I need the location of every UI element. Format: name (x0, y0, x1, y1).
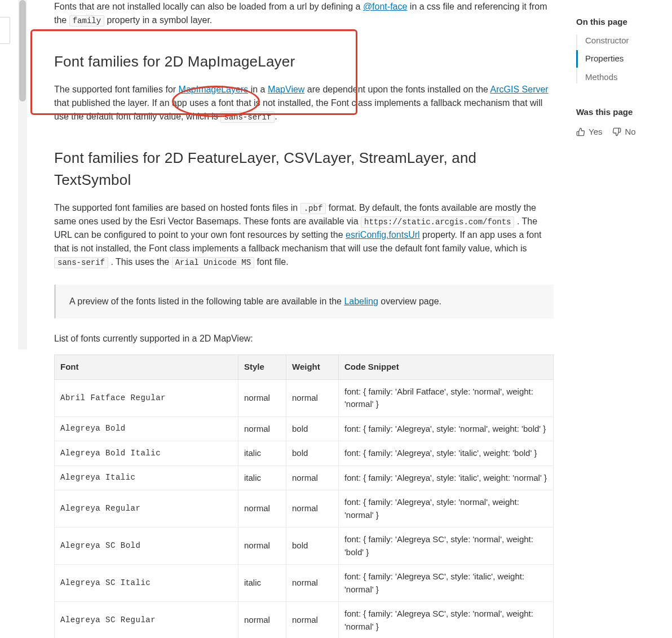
sans-serif-code: sans-serif (54, 257, 108, 268)
on-this-page-list: ConstructorPropertiesMethods (576, 34, 672, 84)
font-style-cell: normal (238, 490, 286, 528)
table-header-row: Font Style Weight Code Snippet (55, 355, 554, 380)
thumbs-down-icon (612, 127, 621, 136)
callout-box: A preview of the fonts listed in the fol… (54, 285, 554, 318)
pbf-code: .pbf (300, 203, 326, 214)
font-style-cell: italic (238, 565, 286, 602)
th-weight: Weight (286, 355, 339, 380)
font-snippet-cell: font: { family: 'Alegreya', style: 'norm… (339, 490, 554, 528)
font-table: Font Style Weight Code Snippet Abril Fat… (54, 355, 554, 638)
feedback-no-label: No (625, 126, 635, 139)
right-rail: On this page ConstructorPropertiesMethod… (569, 0, 672, 638)
font-name-cell: Alegreya Bold (55, 417, 238, 441)
on-this-page-title: On this page (576, 16, 672, 29)
arial-unicode-code: Arial Unicode MS (172, 257, 254, 268)
text: font file. (257, 257, 289, 267)
font-face-link[interactable]: @font-face (363, 2, 408, 11)
font-style-cell: italic (238, 466, 286, 490)
on-this-page-item[interactable]: Methods (585, 71, 672, 84)
sans-serif-code: sans-serif (220, 112, 275, 123)
font-style-cell: normal (238, 379, 286, 417)
callout-text: A preview of the fonts listed in the fol… (69, 296, 344, 306)
font-style-cell: normal (238, 417, 286, 441)
left-rail (0, 0, 27, 638)
font-weight-cell: normal (286, 602, 339, 639)
font-weight-cell: bold (286, 528, 339, 565)
feedback-yes-label: Yes (589, 126, 602, 139)
font-style-cell: normal (238, 528, 286, 565)
font-weight-cell: bold (286, 417, 339, 441)
th-style: Style (238, 355, 286, 380)
left-nav-toggle[interactable] (0, 17, 10, 44)
text: are dependent upon the fonts installed o… (307, 85, 490, 94)
list-intro: List of fonts currently supported in a 2… (54, 332, 554, 345)
font-name-cell: Alegreya SC Bold (55, 528, 238, 565)
mapimagelayers-link[interactable]: MapImageLayers (179, 85, 249, 94)
table-row: Alegreya Bold Italicitalicboldfont: { fa… (55, 441, 554, 466)
font-snippet-cell: font: { family: 'Alegreya SC', style: 'n… (339, 602, 554, 639)
font-name-cell: Alegreya SC Regular (55, 602, 238, 639)
table-row: Alegreya Boldnormalboldfont: { family: '… (55, 417, 554, 441)
section-title-featurelayer: Font families for 2D FeatureLayer, CSVLa… (54, 147, 554, 191)
text: . This uses the (110, 257, 171, 267)
feedback-yes-button[interactable]: Yes (576, 126, 602, 139)
table-row: Abril Fatface Regularnormalnormalfont: {… (55, 379, 554, 417)
font-name-cell: Alegreya Bold Italic (55, 441, 238, 466)
table-row: Alegreya Regularnormalnormalfont: { fami… (55, 490, 554, 528)
font-weight-cell: normal (286, 490, 339, 528)
text: . (275, 112, 277, 121)
intro-paragraph: Fonts that are not installed locally can… (54, 0, 554, 27)
font-snippet-cell: font: { family: 'Alegreya SC', style: 'i… (339, 565, 554, 602)
mapview-link[interactable]: MapView (268, 85, 305, 94)
family-code: family (69, 15, 104, 26)
font-snippet-cell: font: { family: 'Alegreya SC', style: 'n… (339, 528, 554, 565)
feedback-no-button[interactable]: No (612, 126, 635, 139)
text: The supported font families are based on… (54, 203, 300, 212)
text: The supported font families for (54, 85, 179, 94)
labeling-link[interactable]: Labeling (344, 296, 378, 306)
th-font: Font (55, 355, 238, 380)
font-style-cell: normal (238, 602, 286, 639)
thumbs-up-icon (576, 127, 585, 136)
table-row: Alegreya SC Boldnormalboldfont: { family… (55, 528, 554, 565)
on-this-page-item[interactable]: Properties (585, 52, 672, 65)
font-weight-cell: normal (286, 565, 339, 602)
on-this-page-item[interactable]: Constructor (585, 34, 672, 47)
font-weight-cell: normal (286, 466, 339, 490)
th-snippet: Code Snippet (339, 355, 554, 380)
feedback-title: Was this page (576, 106, 672, 119)
table-row: Alegreya SC Italicitalicnormalfont: { fa… (55, 565, 554, 602)
scrollbar-thumb[interactable] (19, 0, 26, 101)
table-row: Alegreya SC Regularnormalnormalfont: { f… (55, 602, 554, 639)
intro-text: Fonts that are not installed locally can… (54, 2, 363, 11)
table-row: Alegreya Italicitalicnormalfont: { famil… (55, 466, 554, 490)
font-snippet-cell: font: { family: 'Alegreya', style: 'ital… (339, 441, 554, 466)
main-content: Fonts that are not installed locally can… (27, 0, 569, 638)
callout-text: overview page. (381, 296, 441, 306)
text: that published the layer. If an app uses… (54, 98, 542, 121)
section-title-mapimagelayer: Font families for 2D MapImageLayer (54, 51, 554, 73)
font-weight-cell: normal (286, 379, 339, 417)
font-name-cell: Alegreya Regular (55, 490, 238, 528)
fonts-url-code: https://static.arcgis.com/fonts (361, 216, 514, 228)
font-weight-cell: bold (286, 441, 339, 466)
font-snippet-cell: font: { family: 'Alegreya', style: 'norm… (339, 417, 554, 441)
font-name-cell: Abril Fatface Regular (55, 379, 238, 417)
font-style-cell: italic (238, 441, 286, 466)
arcgis-server-link[interactable]: ArcGIS Server (490, 85, 549, 94)
font-name-cell: Alegreya Italic (55, 466, 238, 490)
mapimagelayer-paragraph: The supported font families for MapImage… (54, 83, 554, 123)
text: in a (251, 85, 268, 94)
font-snippet-cell: font: { family: 'Abril Fatface', style: … (339, 379, 554, 417)
featurelayer-paragraph: The supported font families are based on… (54, 201, 554, 269)
fontsurl-link[interactable]: esriConfig.fontsUrl (346, 230, 420, 240)
intro-text: property in a symbol layer. (107, 15, 213, 25)
font-snippet-cell: font: { family: 'Alegreya', style: 'ital… (339, 466, 554, 490)
feedback-block: Was this page Yes No (576, 106, 672, 138)
font-name-cell: Alegreya SC Italic (55, 565, 238, 602)
